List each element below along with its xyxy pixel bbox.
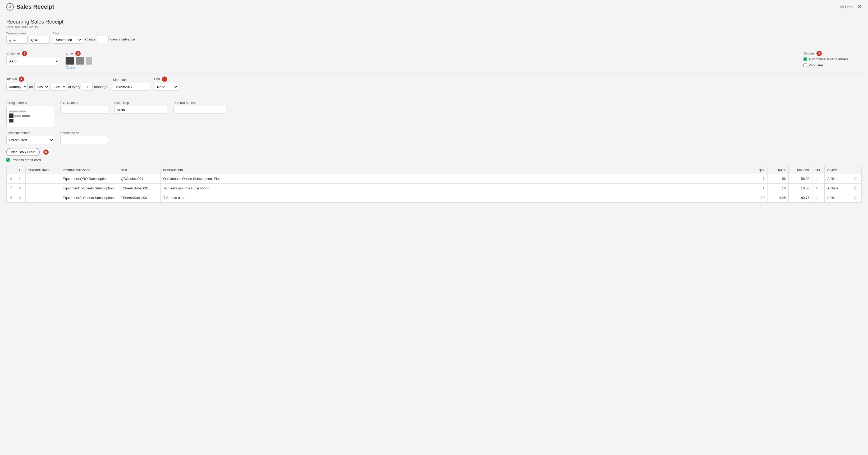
- drag-handle[interactable]: ⠿: [7, 174, 16, 184]
- service-date[interactable]: [26, 174, 60, 184]
- email-avatar-medium: [75, 57, 84, 65]
- customer-email-options-row: Customer 1 Aaror Email 2 Cc/Bcc: [6, 51, 862, 69]
- top-bar-left: ↺ Sales Receipt: [6, 3, 54, 10]
- process-cc-checkbox[interactable]: [6, 158, 10, 162]
- sales-rep-input[interactable]: [114, 106, 167, 114]
- type-group: Type Scheduled Reminder Unscheduled: [53, 32, 82, 44]
- options-section: Options 3 Automatically send emails Prin…: [803, 51, 862, 69]
- delete-icon[interactable]: 🗑: [854, 177, 858, 181]
- visa-button[interactable]: Visa: xxxx-0652: [6, 148, 40, 156]
- table-header-row: # SERVICE DATE PRODUCT/SERVICE SKU DESCR…: [7, 166, 862, 174]
- service-date[interactable]: [26, 184, 60, 193]
- th-tax: TAX: [812, 166, 825, 174]
- qty: 1: [749, 184, 768, 193]
- options-badge: 3: [816, 51, 822, 56]
- po-input[interactable]: [60, 106, 108, 114]
- class: Affiliate: [825, 174, 851, 184]
- email-inputs: [66, 57, 797, 65]
- of-every-label: of every: [68, 85, 80, 89]
- payment-row: Payment method Credit Card Check Cash Ot…: [6, 131, 862, 144]
- interval-select[interactable]: Monthly Weekly Daily Yearly: [6, 83, 28, 91]
- end-select[interactable]: None Date After: [154, 83, 178, 91]
- sku: TSheetsSubsc001: [118, 193, 160, 203]
- close-button[interactable]: ✕: [857, 4, 862, 10]
- product-service: Equipment:T-Sheets Subscription: [60, 184, 118, 193]
- th-num: #: [16, 166, 26, 174]
- service-date[interactable]: [26, 193, 60, 203]
- payment-method-select[interactable]: Credit Card Check Cash Other: [6, 136, 54, 144]
- delete-icon[interactable]: 🗑: [854, 186, 858, 190]
- auto-send-checkbox-row[interactable]: Automatically send emails: [803, 57, 862, 61]
- process-cc-label: Process credit card: [11, 158, 41, 162]
- start-end-section: Start date End 5 None Date After: [113, 77, 178, 91]
- months-input[interactable]: [82, 83, 93, 91]
- description: T-Sheets users: [160, 193, 749, 203]
- tax: ✓: [812, 174, 825, 184]
- amount: 80.75: [789, 193, 812, 203]
- row-num: 2: [16, 184, 26, 193]
- visa-badge: 6: [43, 149, 49, 155]
- th-rate: RATE: [768, 166, 789, 174]
- top-bar: ↺ Sales Receipt ⓪ Help ✕: [0, 0, 868, 14]
- template-name-group: Template name: [6, 32, 50, 44]
- end-date-section: End 5 None Date After: [154, 77, 178, 91]
- start-date-section: Start date: [113, 78, 150, 91]
- email-label: Email 2: [66, 51, 797, 56]
- date-select[interactable]: 27th: [51, 83, 66, 91]
- reference-section: Reference no.: [60, 131, 108, 144]
- row-num: 3: [16, 193, 26, 203]
- help-circle-icon: ⓪: [840, 4, 844, 9]
- next-date: Next Date: 09/27/2019: [6, 25, 862, 29]
- type-select[interactable]: Scheduled Reminder Unscheduled: [53, 36, 82, 44]
- recurring-title: Recurring Sales Receipt: [6, 19, 862, 25]
- qty: 1: [749, 174, 768, 184]
- template-name-input2[interactable]: [29, 36, 50, 44]
- po-label: P.O. Number: [60, 101, 108, 105]
- po-section: P.O. Number: [60, 101, 108, 127]
- product-service: Equipment:QBO Subscription: [60, 174, 118, 184]
- delete-icon[interactable]: 🗑: [854, 195, 858, 200]
- type-label: Type: [53, 32, 82, 35]
- th-drag: [7, 166, 16, 174]
- receipt-icon: ↺: [6, 3, 14, 10]
- customer-section: Customer 1 Aaror: [6, 51, 59, 69]
- print-later-checkbox[interactable]: [803, 63, 807, 67]
- email-badge: 2: [75, 51, 81, 56]
- create-days-input[interactable]: [97, 35, 109, 43]
- delete-cell[interactable]: 🗑: [851, 174, 862, 184]
- help-button[interactable]: ⓪ Help: [840, 4, 852, 9]
- day-select[interactable]: day: [34, 83, 49, 91]
- billing-address-box: [6, 106, 54, 127]
- customer-select[interactable]: Aaror: [6, 57, 59, 65]
- interval-badge: 4: [19, 77, 24, 82]
- th-delete: [851, 166, 862, 174]
- options-label: Options 3: [803, 51, 862, 56]
- start-date-input[interactable]: [113, 83, 150, 91]
- end-badge: 5: [162, 77, 167, 82]
- amount: 16.00: [789, 184, 812, 193]
- referral-input[interactable]: [174, 106, 226, 114]
- page-title: Sales Receipt: [17, 3, 54, 10]
- th-sku: SKU: [118, 166, 160, 174]
- reference-input[interactable]: [60, 136, 108, 144]
- interval-controls: Monthly Weekly Daily Yearly on day 27th …: [6, 83, 107, 91]
- email-avatar-dark: [66, 57, 74, 65]
- interval-row: Interval 4 Monthly Weekly Daily Yearly o…: [6, 77, 862, 91]
- auto-send-checkbox[interactable]: [803, 57, 807, 61]
- interval-section: Interval 4 Monthly Weekly Daily Yearly o…: [6, 77, 107, 91]
- delete-cell[interactable]: 🗑: [851, 193, 862, 203]
- print-later-checkbox-row[interactable]: Print later: [803, 63, 862, 67]
- class: Affiliate: [825, 184, 851, 193]
- process-cc-row[interactable]: Process credit card: [6, 158, 862, 162]
- delete-cell[interactable]: 🗑: [851, 184, 862, 193]
- template-name-input1[interactable]: [6, 36, 28, 44]
- main-content: Recurring Sales Receipt Next Date: 09/27…: [0, 14, 868, 207]
- drag-handle[interactable]: ⠿: [7, 193, 16, 203]
- th-class: CLASS: [825, 166, 851, 174]
- cc-bcc-link[interactable]: Cc/Bcc: [66, 66, 797, 69]
- th-product: PRODUCT/SERVICE: [60, 166, 118, 174]
- table-row: ⠿ 2 Equipment:T-Sheets Subscription TShe…: [7, 184, 862, 193]
- payment-method-label: Payment method: [6, 131, 54, 135]
- drag-handle[interactable]: ⠿: [7, 184, 16, 193]
- divider3: [6, 95, 862, 95]
